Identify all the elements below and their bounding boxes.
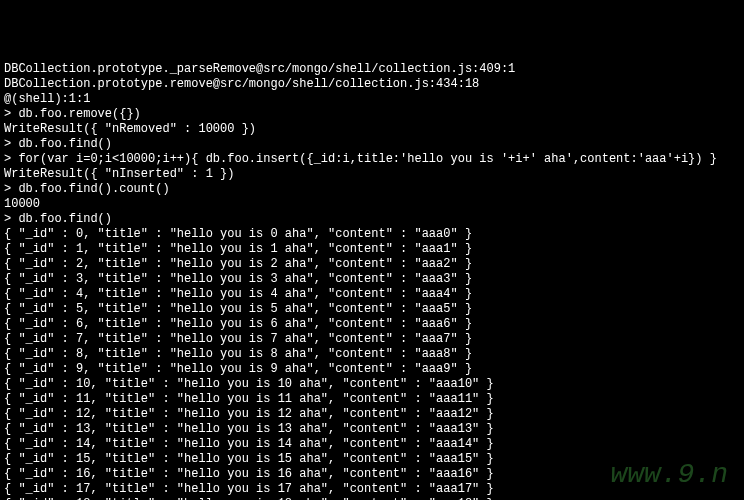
header-line-9: 10000 (4, 197, 740, 212)
result-row: { "_id" : 0, "title" : "hello you is 0 a… (4, 227, 740, 242)
header-line-0: DBCollection.prototype._parseRemove@src/… (4, 62, 740, 77)
header-line-10: > db.foo.find() (4, 212, 740, 227)
result-row: { "_id" : 14, "title" : "hello you is 14… (4, 437, 740, 452)
header-line-3: > db.foo.remove({}) (4, 107, 740, 122)
result-row: { "_id" : 11, "title" : "hello you is 11… (4, 392, 740, 407)
result-row: { "_id" : 13, "title" : "hello you is 13… (4, 422, 740, 437)
result-row: { "_id" : 17, "title" : "hello you is 17… (4, 482, 740, 497)
result-row: { "_id" : 2, "title" : "hello you is 2 a… (4, 257, 740, 272)
result-row: { "_id" : 3, "title" : "hello you is 3 a… (4, 272, 740, 287)
terminal-output[interactable]: DBCollection.prototype._parseRemove@src/… (4, 62, 740, 500)
result-row: { "_id" : 9, "title" : "hello you is 9 a… (4, 362, 740, 377)
result-row: { "_id" : 4, "title" : "hello you is 4 a… (4, 287, 740, 302)
result-row: { "_id" : 16, "title" : "hello you is 16… (4, 467, 740, 482)
header-line-7: WriteResult({ "nInserted" : 1 }) (4, 167, 740, 182)
result-row: { "_id" : 6, "title" : "hello you is 6 a… (4, 317, 740, 332)
header-line-5: > db.foo.find() (4, 137, 740, 152)
header-line-2: @(shell):1:1 (4, 92, 740, 107)
header-line-6: > for(var i=0;i<10000;i++){ db.foo.inser… (4, 152, 740, 167)
result-row: { "_id" : 1, "title" : "hello you is 1 a… (4, 242, 740, 257)
result-row: { "_id" : 5, "title" : "hello you is 5 a… (4, 302, 740, 317)
header-line-4: WriteResult({ "nRemoved" : 10000 }) (4, 122, 740, 137)
result-row: { "_id" : 10, "title" : "hello you is 10… (4, 377, 740, 392)
result-row: { "_id" : 15, "title" : "hello you is 15… (4, 452, 740, 467)
result-row: { "_id" : 12, "title" : "hello you is 12… (4, 407, 740, 422)
header-line-1: DBCollection.prototype.remove@src/mongo/… (4, 77, 740, 92)
result-row: { "_id" : 7, "title" : "hello you is 7 a… (4, 332, 740, 347)
header-line-8: > db.foo.find().count() (4, 182, 740, 197)
result-row: { "_id" : 8, "title" : "hello you is 8 a… (4, 347, 740, 362)
